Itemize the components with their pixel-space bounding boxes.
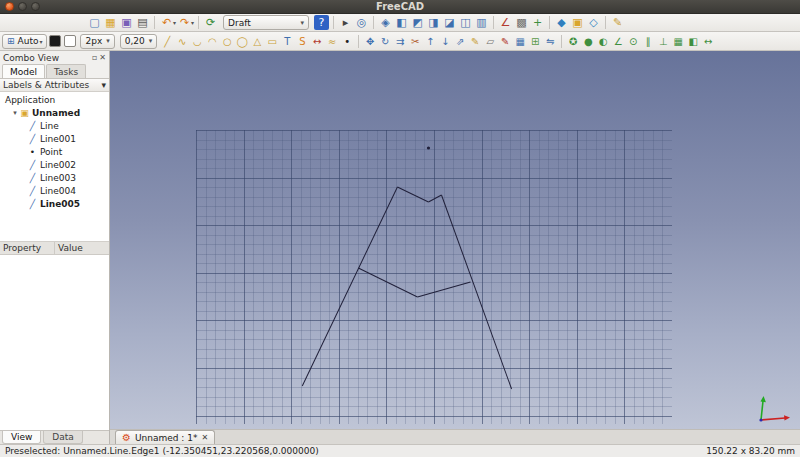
3d-viewport[interactable] [110, 51, 800, 429]
draft-edit-icon[interactable]: ✎ [468, 34, 482, 49]
fit-all-icon[interactable]: ◎ [354, 15, 369, 30]
maximize-button[interactable] [31, 2, 40, 11]
draft-circle-icon[interactable]: ○ [220, 34, 234, 49]
print-icon[interactable]: ▤ [135, 15, 150, 30]
drawing-edge-5[interactable] [417, 282, 470, 297]
view-axonometric-icon[interactable]: ◈ [378, 15, 393, 30]
tree-item-line003[interactable]: ╱Line003 [0, 171, 109, 184]
save-document-icon[interactable]: ▣ [119, 15, 134, 30]
draft-dimension-icon[interactable]: ↔ [310, 34, 324, 49]
draft-upgrade-icon[interactable]: ↑ [423, 34, 437, 49]
view-left-icon[interactable]: ▥ [474, 15, 489, 30]
view-bottom-icon[interactable]: ◫ [458, 15, 473, 30]
draft-trimex-icon[interactable]: ✂ [408, 34, 422, 49]
toggle-texture-icon[interactable]: ▩ [514, 15, 529, 30]
drawing-edge-4[interactable] [358, 268, 417, 297]
scale-selector[interactable]: 0,20 ▾ [120, 34, 158, 49]
snap-lock-icon[interactable]: ✪ [566, 34, 580, 49]
draft-polygon-icon[interactable]: △ [250, 34, 264, 49]
draft-offset-icon[interactable]: ⇉ [393, 34, 407, 49]
tree-item-line002[interactable]: ╱Line002 [0, 158, 109, 171]
snap-endpoint-icon[interactable]: ● [581, 34, 595, 49]
draft-clone-icon[interactable]: ⊞ [528, 34, 542, 49]
draft-wire-icon[interactable]: ∿ [175, 34, 189, 49]
create-group-icon[interactable]: ▣ [570, 15, 585, 30]
draft-scale-icon[interactable]: ⇗ [453, 34, 467, 49]
working-plane-auto-button[interactable]: ⊞ Auto ▾ [2, 34, 47, 49]
snap-angle-icon[interactable]: ∠ [611, 34, 625, 49]
refresh-icon[interactable]: ⟳ [203, 15, 218, 30]
draft-rotate-icon[interactable]: ↻ [378, 34, 392, 49]
snap-grid-icon[interactable]: ▦ [671, 34, 685, 49]
create-body-icon[interactable]: ◇ [586, 15, 601, 30]
edit-placement-icon[interactable]: ✎ [610, 15, 625, 30]
view-right-icon[interactable]: ◨ [426, 15, 441, 30]
draft-mirror-icon[interactable]: ⇋ [543, 34, 557, 49]
line-color-swatch[interactable] [49, 35, 61, 47]
snap-midpoint-icon[interactable]: ◐ [596, 34, 610, 49]
snap-perpendicular-icon[interactable]: ⊥ [656, 34, 670, 49]
open-document-icon[interactable]: ▦ [103, 15, 118, 30]
snap-parallel-icon[interactable]: ∥ [641, 34, 655, 49]
view-rear-icon[interactable]: ◪ [442, 15, 457, 30]
minimize-button[interactable] [18, 2, 27, 11]
line-width-selector[interactable]: 2px ▾ [80, 34, 114, 49]
view-top-icon[interactable]: ◩ [410, 15, 425, 30]
tree-root-application[interactable]: Application [0, 93, 109, 106]
close-button[interactable] [5, 2, 14, 11]
new-document-icon[interactable]: ▢ [87, 15, 102, 30]
draft-rectangle-icon[interactable]: ▭ [265, 34, 279, 49]
draft-move-icon[interactable]: ✥ [363, 34, 377, 49]
draft-to-sketch-icon[interactable]: ✎ [498, 34, 512, 49]
redo-icon[interactable]: ↷ [177, 15, 192, 30]
drawing-edge-2[interactable] [428, 195, 441, 202]
draft-fillet-icon[interactable]: ◡ [190, 34, 204, 49]
draft-ellipse-icon[interactable]: ◯ [235, 34, 249, 49]
drawing-edge-1[interactable] [397, 187, 428, 202]
measure-distance-icon[interactable]: ∠ [498, 15, 513, 30]
select-element-icon[interactable]: ▸ [338, 15, 353, 30]
document-tab[interactable]: ⚙ Unnamed : 1* ✕ [115, 430, 215, 444]
tab-model[interactable]: Model [2, 64, 45, 78]
drawing-edge-3[interactable] [441, 195, 511, 389]
redo-dropdown-icon[interactable]: ▾ [191, 19, 194, 26]
draft-text-icon[interactable]: T [280, 34, 294, 49]
undo-icon[interactable]: ↶ [159, 15, 174, 30]
draft-bspline-icon[interactable]: ≈ [325, 34, 339, 49]
panel-close-icon[interactable]: ✕ [99, 53, 106, 62]
tree-item-point[interactable]: •Point [0, 145, 109, 158]
tree-item-unnamed[interactable]: ▾▣Unnamed [0, 106, 109, 119]
snap-workingplane-icon[interactable]: ◧ [686, 34, 700, 49]
tree-item-line004[interactable]: ╱Line004 [0, 184, 109, 197]
draft-shapestring-icon[interactable]: S [295, 34, 309, 49]
panel-float-icon[interactable]: ▫ [92, 53, 97, 62]
drawing-point[interactable] [427, 146, 430, 149]
view-front-icon[interactable]: ◧ [394, 15, 409, 30]
tree-item-line[interactable]: ╱Line [0, 119, 109, 132]
draft-array-icon[interactable]: ▦ [513, 34, 527, 49]
whats-this-icon[interactable]: ? [314, 15, 329, 30]
face-color-swatch[interactable] [64, 35, 76, 47]
snap-dimensions-icon[interactable]: ↔ [701, 34, 715, 49]
draft-line-icon[interactable]: ╱ [160, 34, 174, 49]
tab-tasks[interactable]: Tasks [46, 64, 86, 78]
tab-view[interactable]: View [2, 431, 41, 444]
tree-options-icon[interactable]: ▾ [101, 80, 106, 90]
workbench-selector[interactable]: Draft ▾ [223, 15, 309, 30]
tree-item-line005[interactable]: ╱Line005 [0, 197, 109, 210]
tab-data[interactable]: Data [43, 431, 83, 444]
property-column-header[interactable]: Property [0, 242, 55, 254]
create-part-icon[interactable]: ◆ [554, 15, 569, 30]
undo-dropdown-icon[interactable]: ▾ [173, 19, 176, 26]
tree-item-line001[interactable]: ╱Line001 [0, 132, 109, 145]
drawing-edge-0[interactable] [302, 187, 397, 386]
tab-close-icon[interactable]: ✕ [201, 433, 208, 442]
draft-arc-icon[interactable]: ◠ [205, 34, 219, 49]
draft-shape2dview-icon[interactable]: ▱ [483, 34, 497, 49]
tree-expand-icon[interactable]: ▾ [11, 109, 19, 117]
draft-point-icon[interactable]: • [340, 34, 354, 49]
value-column-header[interactable]: Value [55, 242, 109, 254]
toggle-axis-cross-icon[interactable]: + [530, 15, 545, 30]
draft-downgrade-icon[interactable]: ↓ [438, 34, 452, 49]
snap-center-icon[interactable]: ⊙ [626, 34, 640, 49]
